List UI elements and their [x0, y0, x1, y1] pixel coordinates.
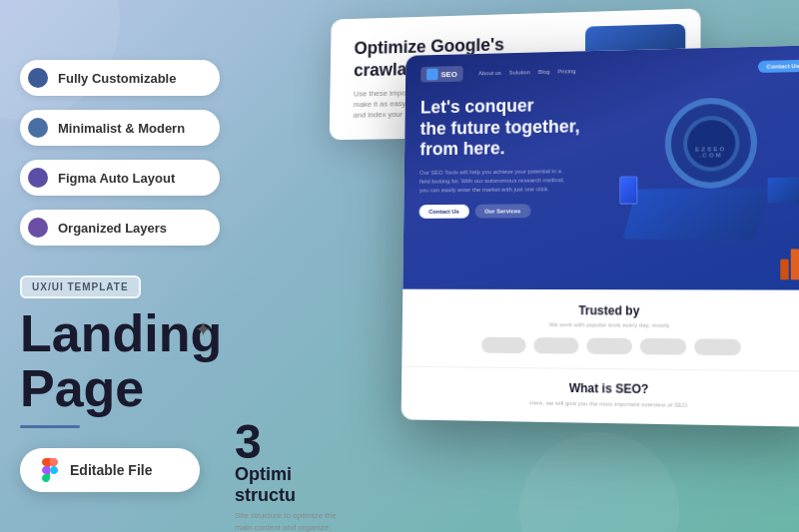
main-title-line2: Page [20, 361, 240, 416]
title-underline [20, 425, 80, 428]
editable-file-label: Editable File [70, 462, 152, 478]
circle-display [665, 97, 757, 189]
mockup-subtext: Our SEO Tools will help you achieve your… [419, 167, 566, 195]
sparkle-decoration: ✦ [195, 317, 212, 341]
trusted-section: Trusted by We work with popular tools ev… [401, 289, 799, 371]
feature-label: Figma Auto Layout [58, 171, 175, 186]
what-is-section: What is SEO? Here, we will give you the … [401, 366, 799, 427]
optim-description: Site structure to optimize the main cont… [235, 510, 355, 532]
mockup-headline: Let's conquer the future together, from … [419, 94, 595, 161]
mockup-logo-text: SEO [440, 70, 456, 79]
feature-label: Minimalist & Modern [58, 121, 185, 136]
what-is-title: What is SEO? [420, 379, 799, 399]
nav-link-about: About us [478, 70, 501, 76]
mockup-services-btn: Our Services [474, 204, 530, 218]
ezseo-label: EZSEO.COM [695, 146, 726, 159]
mockup-contact-btn: Contact Us [419, 205, 469, 219]
feature-dot [28, 118, 48, 138]
trusted-subtitle: We work with popular tools every day, mo… [421, 320, 799, 329]
platform-base [622, 188, 769, 240]
mockup-nav: SEO About us Solution Blog Pricing Conta… [420, 58, 799, 83]
trusted-logo-1 [481, 337, 525, 353]
nav-link-pricing: Pricing [557, 68, 575, 74]
feature-label: Fully Customizable [58, 71, 176, 86]
website-mockup: SEO About us Solution Blog Pricing Conta… [401, 45, 799, 427]
editable-file-badge[interactable]: Editable File [20, 448, 200, 492]
mockup-logo-icon [426, 69, 438, 81]
features-list: Fully Customizable Minimalist & Modern F… [20, 60, 240, 246]
orange-block [780, 260, 788, 280]
big-number: 3 [235, 414, 355, 469]
feature-item-layers: Organized Layers [20, 210, 220, 246]
feature-dot [28, 68, 48, 88]
trusted-logo-2 [533, 337, 578, 354]
nav-link-blog: Blog [538, 69, 550, 75]
optim-label: Optimi structu [235, 464, 355, 506]
orange-blocks-group [780, 249, 799, 279]
device-mobile [619, 176, 637, 204]
what-is-text: Here, we will give you the most importan… [420, 397, 799, 412]
trusted-title: Trusted by [421, 303, 799, 319]
trusted-logo-4 [639, 338, 685, 355]
feature-label: Organized Layers [58, 221, 167, 236]
iso-platform-illustration: EZSEO.COM [619, 86, 799, 250]
feature-dot [28, 168, 48, 188]
device-tablet [768, 178, 799, 204]
circle-inner [683, 115, 739, 171]
orange-block [791, 249, 799, 279]
nav-cta-button: Contact Us [758, 60, 799, 73]
mockup-logo: SEO [420, 66, 462, 83]
trusted-logo-5 [694, 338, 741, 355]
feature-dot [28, 218, 48, 238]
feature-item-minimalist: Minimalist & Modern [20, 110, 220, 146]
nav-link-solution: Solution [509, 69, 530, 75]
mockup-hero: SEO About us Solution Blog Pricing Conta… [402, 45, 799, 290]
mockup-nav-links: About us Solution Blog Pricing [478, 68, 576, 76]
feature-item-customizable: Fully Customizable [20, 60, 220, 96]
figma-icon [38, 458, 62, 482]
mockup-buttons: Contact Us Our Services [419, 204, 596, 219]
number-section: 3 Optimi structu Site structure to optim… [235, 414, 355, 532]
trusted-logo-3 [586, 337, 632, 354]
feature-item-figma: Figma Auto Layout [20, 160, 220, 196]
trusted-logos [421, 336, 799, 356]
template-badge: UX/UI TEMPLATE [20, 275, 141, 298]
